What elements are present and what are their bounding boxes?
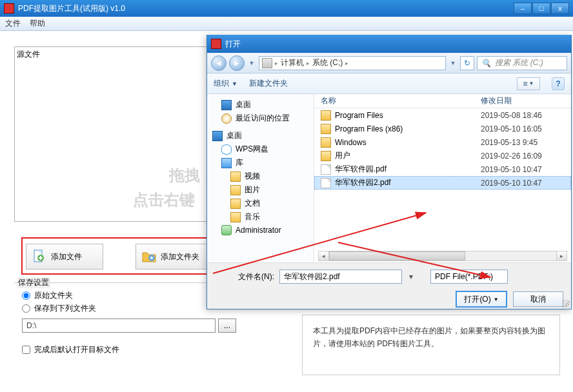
menu-file[interactable]: 文件 — [5, 18, 21, 29]
horizontal-scrollbar[interactable]: ◂ ▸ — [318, 251, 567, 261]
crumb-drive[interactable]: 系统 (C;) — [312, 57, 343, 68]
file-row[interactable]: 华军软件园2.pdf2019-05-10 10:47 — [314, 176, 571, 190]
filename-value: 华军软件园2.pdf — [284, 271, 340, 282]
add-file-label: 添加文件 — [51, 251, 82, 262]
file-list[interactable]: 名称 修改日期 Program Files2019-05-08 18:46Pro… — [314, 94, 571, 262]
filetype-select[interactable]: PDF File(*.PDF;) — [430, 270, 508, 284]
nav-back-button[interactable]: ◄ — [211, 55, 226, 71]
watermark-drag: 拖拽 — [169, 165, 200, 186]
maximize-button[interactable]: □ — [532, 3, 550, 14]
tree-item[interactable]: Administrator — [210, 224, 311, 237]
chevron-down-icon: ▼ — [494, 297, 499, 302]
tree-item[interactable]: 最近访问的位置 — [210, 112, 311, 125]
radio-custom-label: 保存到下列文件夹 — [34, 303, 96, 314]
clock-icon — [221, 113, 232, 124]
file-row[interactable]: Windows2019-05-13 9:45 — [314, 135, 571, 149]
open-after-label: 完成后默认打开目标文件 — [34, 344, 119, 355]
new-folder-button[interactable]: 新建文件夹 — [249, 78, 288, 89]
add-file-button[interactable]: 添加文件 — [26, 244, 103, 270]
close-button[interactable]: x — [551, 3, 569, 14]
file-row[interactable]: Program Files (x86)2019-05-10 16:05 — [314, 122, 571, 135]
column-date[interactable]: 修改日期 — [481, 95, 571, 106]
tree-item-label: 最近访问的位置 — [236, 113, 290, 124]
menu-help[interactable]: 帮助 — [30, 18, 45, 29]
tree-item-label: WPS网盘 — [236, 144, 268, 155]
radio-custom-input[interactable] — [22, 304, 30, 313]
help-button[interactable]: ? — [552, 77, 565, 90]
tree-item[interactable]: 库 — [210, 156, 311, 170]
pdf-file-icon — [321, 164, 331, 175]
radio-custom-folder[interactable]: 保存到下列文件夹 — [22, 303, 96, 314]
info-text: 本工具为提取PDF内容中已经存在的图片，如果要整页内容转换为图片，请使用本站的 … — [313, 326, 545, 348]
column-name[interactable]: 名称 — [321, 95, 481, 106]
file-date: 2019-05-10 10:47 — [481, 179, 571, 188]
tree-item-label: Administrator — [236, 226, 281, 235]
folder-icon — [230, 212, 241, 222]
tree-item-label: 文档 — [245, 198, 260, 209]
scroll-thumb[interactable] — [329, 251, 465, 260]
open-button-label: 打开(O) — [464, 294, 490, 305]
file-date: 2019-05-10 10:47 — [481, 165, 571, 174]
folder-tree[interactable]: 桌面最近访问的位置桌面WPS网盘库视频图片文档音乐Administrator — [207, 94, 314, 262]
file-date: 2019-05-10 16:05 — [481, 124, 571, 133]
file-row[interactable]: 华军软件园.pdf2019-05-10 10:47 — [314, 162, 571, 176]
crumb-computer[interactable]: 计算机 — [281, 57, 304, 68]
open-after-input[interactable] — [22, 346, 30, 354]
search-placeholder: 搜索 系统 (C;) — [495, 57, 543, 68]
nav-forward-button[interactable]: ► — [229, 55, 245, 71]
breadcrumb[interactable]: ▸ 计算机 ▸ 系统 (C;) ▸ — [259, 56, 446, 70]
save-path-input[interactable]: D:\ — [22, 318, 216, 333]
refresh-button[interactable]: ↻ — [460, 56, 474, 70]
radio-original-input[interactable] — [22, 291, 30, 300]
open-button[interactable]: 打开(O)▼ — [456, 291, 507, 307]
radio-original-folder[interactable]: 原始文件夹 — [22, 290, 73, 301]
dialog-titlebar[interactable]: 打开 — [207, 35, 571, 53]
monitor-icon — [212, 131, 223, 141]
tree-item[interactable]: 音乐 — [210, 210, 311, 224]
new-folder-label: 新建文件夹 — [249, 78, 288, 89]
tree-item[interactable]: 文档 — [210, 197, 311, 210]
folder-icon — [321, 137, 331, 148]
tree-item-label: 桌面 — [236, 99, 251, 110]
scroll-left-button[interactable]: ◂ — [319, 251, 329, 260]
tree-item[interactable]: 桌面 — [210, 129, 311, 142]
open-after-checkbox[interactable]: 完成后默认打开目标文件 — [22, 344, 119, 355]
filename-label: 文件名(N): — [215, 271, 274, 282]
chevron-down-icon: ▼ — [529, 81, 534, 86]
nav-history-dropdown[interactable]: ▼ — [247, 55, 256, 71]
folder-icon — [321, 124, 331, 134]
chevron-right-icon: ▸ — [305, 60, 311, 66]
cancel-button[interactable]: 取消 — [513, 291, 563, 307]
organize-menu[interactable]: 组织 ▼ — [214, 78, 237, 89]
tree-item[interactable]: 桌面 — [210, 98, 311, 112]
tree-item[interactable]: 视频 — [210, 170, 311, 183]
tree-item[interactable]: 图片 — [210, 183, 311, 197]
app-icon — [4, 3, 14, 14]
scroll-track[interactable] — [329, 251, 556, 260]
scroll-right-button[interactable]: ▸ — [556, 251, 567, 260]
file-date: 2019-02-26 16:09 — [481, 152, 571, 161]
browse-button[interactable]: ... — [218, 318, 236, 333]
tree-item[interactable]: WPS网盘 — [210, 142, 311, 156]
add-folder-button[interactable]: 添加文件夹 — [136, 244, 213, 270]
tree-item-label: 图片 — [245, 184, 260, 195]
view-mode-button[interactable]: ≡▼ — [517, 77, 540, 90]
chevron-right-icon: ▸ — [274, 60, 279, 66]
search-input[interactable]: 🔍 搜索 系统 (C;) — [477, 56, 567, 70]
tree-item-label: 库 — [236, 157, 243, 168]
add-folder-label: 添加文件夹 — [161, 251, 199, 262]
filename-input[interactable]: 华军软件园2.pdf — [279, 270, 402, 284]
dialog-nav: ◄ ► ▼ ▸ 计算机 ▸ 系统 (C;) ▸ ▼ ↻ 🔍 搜索 系统 (C;) — [207, 53, 571, 74]
file-name: 华军软件园2.pdf — [335, 177, 481, 188]
folder-icon — [321, 110, 331, 121]
minimize-button[interactable]: – — [514, 3, 532, 14]
file-list-header[interactable]: 名称 修改日期 — [314, 94, 571, 108]
crumb-dropdown[interactable]: ▼ — [448, 55, 457, 71]
user-icon — [221, 225, 232, 235]
main-titlebar[interactable]: PDF提取图片工具(试用版) v1.0 – □ x — [0, 0, 573, 17]
file-row[interactable]: Program Files2019-05-08 18:46 — [314, 108, 571, 122]
file-row[interactable]: 用户2019-02-26 16:09 — [314, 149, 571, 162]
chevron-down-icon: ▼ — [232, 81, 237, 87]
filename-dropdown[interactable]: ▾ — [407, 272, 415, 281]
resize-grip[interactable] — [562, 300, 570, 308]
